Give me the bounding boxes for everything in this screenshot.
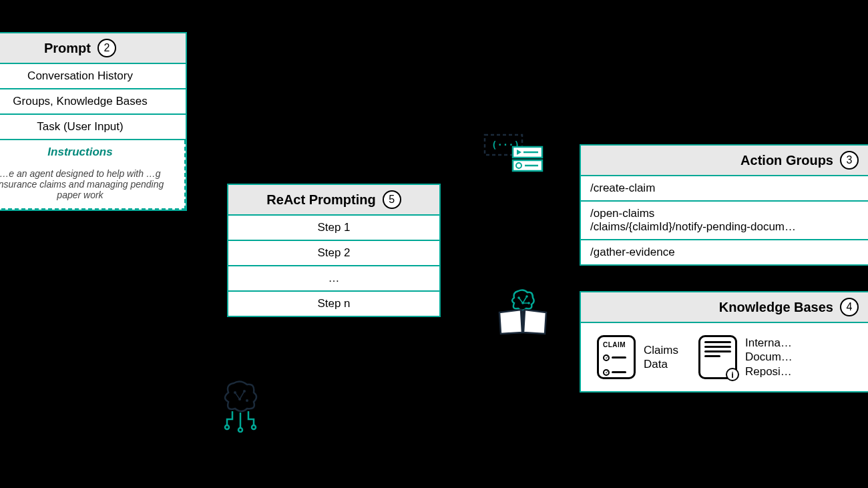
knowledge-bases-badge: 4 [840,298,859,316]
action-groups-badge: 3 [840,151,859,170]
prompt-badge: 2 [97,39,116,57]
action-row: /gather-evidence [581,240,868,264]
svg-point-19 [246,399,248,402]
instructions-body: …e an agent designed to help with …g ins… [0,164,184,208]
kb-item: CLAIM Claims Data [597,335,678,379]
react-panel: ReAct Prompting 5 Step 1 Step 2 … Step n [227,184,441,317]
action-groups-title: Action Groups [740,153,833,168]
knowledge-bases-panel: Knowledge Bases 4 CLAIM Claims Data i In… [580,291,868,393]
svg-point-22 [225,425,229,429]
brain-circuit-icon [219,379,262,433]
prompt-panel: Prompt 2 Conversation History Groups, Kn… [0,32,187,211]
prompt-title: Prompt [44,41,91,56]
react-header: ReAct Prompting 5 [228,185,439,216]
react-title: ReAct Prompting [266,192,375,208]
svg-point-23 [238,428,242,432]
react-step: Step n [228,292,439,316]
action-row: /create-claim [581,176,868,202]
doc-info-icon: i [698,335,737,379]
prompt-header: Prompt 2 [0,33,186,64]
prompt-row: Groups, Knowledge Bases [0,89,186,115]
claim-doc-icon: CLAIM [597,335,636,379]
kb-label: Interna… Docum… Reposi… [745,336,793,379]
action-row: /open-claims /claims/{claimId}/notify-pe… [581,202,868,240]
svg-line-12 [519,298,523,303]
react-step: … [228,266,439,292]
kb-item: i Interna… Docum… Reposi… [698,335,793,379]
knowledge-bases-body: CLAIM Claims Data i Interna… Docum… Repo… [581,323,868,391]
prompt-row: Conversation History [0,64,186,89]
knowledge-bases-header: Knowledge Bases 4 [581,292,868,323]
svg-line-21 [240,391,244,399]
svg-line-20 [235,393,240,399]
react-step: Step 2 [228,241,439,266]
brain-book-icon [497,288,549,335]
svg-point-24 [252,425,256,429]
kb-label: Claims Data [644,343,678,372]
instructions-label: Instructions [0,140,184,164]
knowledge-bases-title: Knowledge Bases [719,300,833,315]
react-step: Step 1 [228,216,439,241]
code-action-icon: (···) [483,134,544,174]
prompt-row: Task (User Input) [0,115,186,140]
svg-line-13 [523,296,527,303]
react-badge: 5 [383,190,401,209]
action-groups-header: Action Groups 3 [581,146,868,176]
action-groups-panel: Action Groups 3 /create-claim /open-clai… [580,144,868,266]
